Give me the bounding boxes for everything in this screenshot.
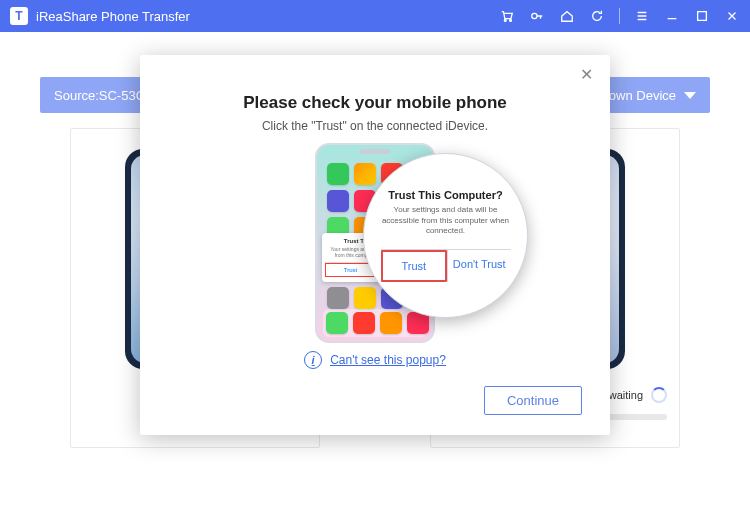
titlebar-actions	[499, 8, 740, 24]
app-title: iReaShare Phone Transfer	[36, 9, 499, 24]
trust-modal: ✕ Please check your mobile phone Click t…	[140, 55, 610, 435]
spinner-icon	[651, 387, 667, 403]
svg-point-1	[510, 20, 512, 22]
help-link-row: i Can't see this popup?	[168, 351, 582, 369]
refresh-icon[interactable]	[589, 8, 605, 24]
info-icon: i	[304, 351, 322, 369]
trust-button: Trust	[381, 250, 448, 282]
modal-illustration: Trust This Computer? Your settings and d…	[168, 143, 582, 343]
trust-popup-title: Trust This Computer?	[381, 189, 511, 201]
svg-point-0	[504, 20, 506, 22]
maximize-button[interactable]	[694, 8, 710, 24]
svg-rect-3	[698, 12, 707, 21]
home-icon[interactable]	[559, 8, 575, 24]
menu-icon[interactable]	[634, 8, 650, 24]
source-device-name: SC-53C	[99, 88, 145, 103]
app-logo: T	[10, 7, 28, 25]
modal-close-button[interactable]: ✕	[580, 65, 598, 83]
trust-popup-desc: Your settings and data will be accessibl…	[381, 205, 511, 236]
magnifier-illustration: Trust This Computer? Your settings and d…	[363, 153, 528, 318]
dont-trust-button: Don't Trust	[447, 250, 511, 282]
modal-subtitle: Click the "Trust" on the connected iDevi…	[168, 119, 582, 133]
chevron-down-icon	[684, 92, 696, 99]
key-icon[interactable]	[529, 8, 545, 24]
source-label-prefix: Source:	[54, 88, 99, 103]
continue-button[interactable]: Continue	[484, 386, 582, 415]
separator	[619, 8, 620, 24]
cart-icon[interactable]	[499, 8, 515, 24]
minimize-button[interactable]	[664, 8, 680, 24]
modal-title: Please check your mobile phone	[168, 93, 582, 113]
cant-see-popup-link[interactable]: Can't see this popup?	[330, 353, 446, 367]
titlebar: T iReaShare Phone Transfer	[0, 0, 750, 32]
close-button[interactable]	[724, 8, 740, 24]
svg-point-2	[532, 13, 537, 18]
